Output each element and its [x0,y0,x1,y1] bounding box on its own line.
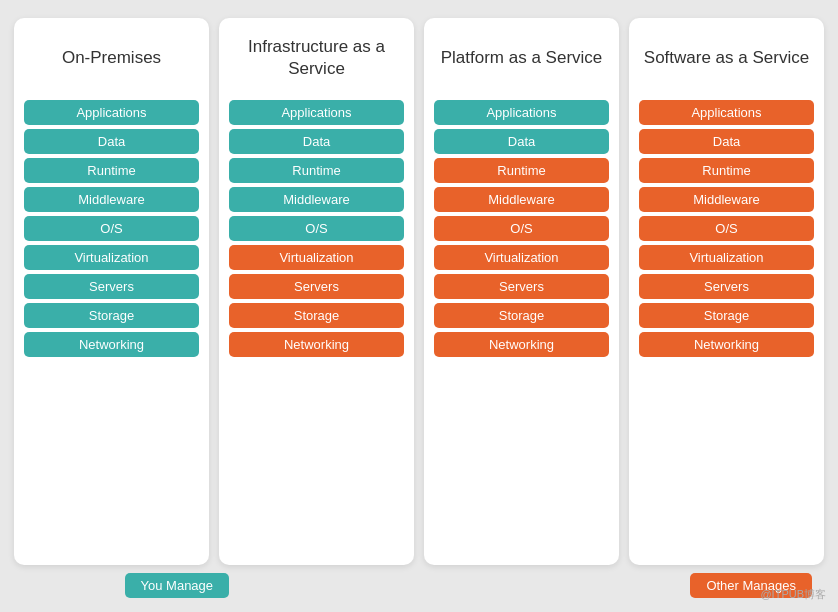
item-badge-middleware: Middleware [229,187,404,212]
items-list-on-premises: ApplicationsDataRuntimeMiddlewareO/SVirt… [24,100,199,357]
item-badge-runtime: Runtime [229,158,404,183]
item-badge-o/s: O/S [639,216,814,241]
items-list-iaas: ApplicationsDataRuntimeMiddlewareO/SVirt… [229,100,404,357]
you-manage-badge: You Manage [125,573,230,598]
item-badge-middleware: Middleware [639,187,814,212]
footer-row: You Manage Other Manages [14,573,824,598]
columns-row: On-PremisesApplicationsDataRuntimeMiddle… [14,18,824,565]
item-badge-storage: Storage [639,303,814,328]
items-list-saas: ApplicationsDataRuntimeMiddlewareO/SVirt… [639,100,814,357]
item-badge-data: Data [639,129,814,154]
item-badge-middleware: Middleware [434,187,609,212]
item-badge-virtualization: Virtualization [24,245,199,270]
column-saas: Software as a ServiceApplicationsDataRun… [629,18,824,565]
item-badge-o/s: O/S [24,216,199,241]
item-badge-runtime: Runtime [24,158,199,183]
item-badge-storage: Storage [229,303,404,328]
item-badge-servers: Servers [229,274,404,299]
item-badge-applications: Applications [639,100,814,125]
main-container: On-PremisesApplicationsDataRuntimeMiddle… [0,0,838,612]
item-badge-storage: Storage [434,303,609,328]
column-on-premises: On-PremisesApplicationsDataRuntimeMiddle… [14,18,209,565]
item-badge-networking: Networking [434,332,609,357]
item-badge-middleware: Middleware [24,187,199,212]
watermark: @ITPUB博客 [760,587,826,602]
column-title-on-premises: On-Premises [62,32,161,84]
item-badge-o/s: O/S [229,216,404,241]
column-title-paas: Platform as a Service [441,32,603,84]
item-badge-virtualization: Virtualization [229,245,404,270]
item-badge-o/s: O/S [434,216,609,241]
item-badge-data: Data [434,129,609,154]
item-badge-servers: Servers [434,274,609,299]
item-badge-applications: Applications [434,100,609,125]
item-badge-storage: Storage [24,303,199,328]
column-title-saas: Software as a Service [644,32,809,84]
item-badge-servers: Servers [639,274,814,299]
item-badge-networking: Networking [229,332,404,357]
item-badge-runtime: Runtime [434,158,609,183]
item-badge-data: Data [229,129,404,154]
item-badge-runtime: Runtime [639,158,814,183]
item-badge-servers: Servers [24,274,199,299]
item-badge-networking: Networking [24,332,199,357]
column-title-iaas: Infrastructure as a Service [229,32,404,84]
item-badge-virtualization: Virtualization [434,245,609,270]
item-badge-networking: Networking [639,332,814,357]
item-badge-applications: Applications [229,100,404,125]
item-badge-applications: Applications [24,100,199,125]
item-badge-virtualization: Virtualization [639,245,814,270]
footer-left: You Manage [18,573,336,598]
column-paas: Platform as a ServiceApplicationsDataRun… [424,18,619,565]
column-iaas: Infrastructure as a ServiceApplicationsD… [219,18,414,565]
items-list-paas: ApplicationsDataRuntimeMiddlewareO/SVirt… [434,100,609,357]
item-badge-data: Data [24,129,199,154]
